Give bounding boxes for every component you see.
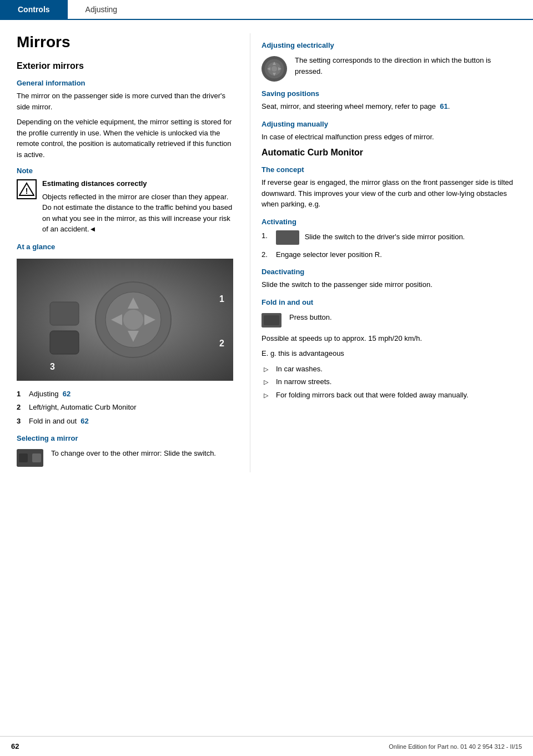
list-num-3: 3 (17, 416, 24, 427)
list-label-2: Left/right, Automatic Curb Monitor (29, 402, 137, 413)
fold-row: Press button. (262, 312, 516, 327)
svg-text:!: ! (26, 187, 28, 195)
section-selecting-mirror: Selecting a mirror (17, 434, 237, 442)
general-text-2: Depending on the vehicle equipment, the … (17, 117, 237, 160)
section-fold: Fold in and out (262, 298, 516, 306)
step-num-2: 2. (262, 249, 271, 260)
section-adjusting-manually: Adjusting manually (262, 120, 516, 128)
section-adjusting-electrically: Adjusting electrically (262, 41, 516, 49)
section-general-info: General information (17, 79, 237, 87)
svg-text:3: 3 (50, 362, 55, 371)
note-body: Objects reflected in the mirror are clos… (42, 193, 232, 234)
section-activating: Activating (262, 218, 516, 226)
fold-bullets: ▷ In car washes. ▷ In narrow streets. ▷ … (262, 364, 516, 401)
press-button-icon (262, 313, 281, 327)
selecting-row: To change over to the other mirror: Slid… (17, 448, 237, 467)
top-nav: Controls Adjusting (0, 0, 533, 20)
list-item-1: 1 Adjusting 62 (17, 389, 237, 400)
concept-text: If reverse gear is engaged, the mirror g… (262, 177, 516, 210)
footer-right-text: Online Edition for Part no. 01 40 2 954 … (389, 743, 522, 750)
svg-rect-17 (32, 453, 41, 462)
nav-adjusting[interactable]: Adjusting (68, 0, 135, 19)
bullet-arrow-2: ▷ (264, 377, 271, 387)
note-label: Note (17, 167, 237, 175)
bullet-2: ▷ In narrow streets. (262, 376, 516, 387)
svg-text:1: 1 (219, 294, 224, 304)
section-deactivating: Deactivating (262, 268, 516, 276)
left-column: Mirrors Exterior mirrors General informa… (0, 33, 250, 472)
saving-text-content: Seat, mirror, and steering wheel memory,… (262, 102, 436, 110)
section-concept: The concept (262, 165, 516, 174)
list-item-2: 2 Left/right, Automatic Curb Monitor (17, 402, 237, 413)
svg-rect-10 (50, 302, 79, 325)
general-text-1: The mirror on the passenger side is more… (17, 90, 237, 112)
bullet-text-2: In narrow streets. (276, 376, 331, 387)
note-content: ! Estimating distances correctly Objects… (17, 178, 237, 235)
step-1: 1. Slide the switch to the driver's side… (262, 230, 516, 245)
bullet-arrow-1: ▷ (264, 365, 271, 374)
step-2-text: Engage selector lever position R. (276, 249, 382, 260)
saving-text: Seat, mirror, and steering wheel memory,… (262, 101, 516, 112)
mirror-image: 1 2 3 (17, 259, 233, 381)
adjusting-text: The setting corresponds to the direction… (295, 55, 516, 77)
glance-list: 1 Adjusting 62 2 Left/right, Automatic C… (17, 389, 237, 427)
svg-rect-11 (50, 331, 79, 354)
manual-text: In case of electrical malfunction press … (262, 132, 516, 143)
svg-rect-26 (264, 315, 279, 325)
list-num-1: 1 (17, 389, 24, 400)
activating-steps: 1. Slide the switch to the driver's side… (262, 230, 516, 260)
list-num-2: 2 (17, 402, 24, 413)
saving-link[interactable]: 61 (440, 102, 447, 110)
fold-text-1: Possible at speeds up to approx. 15 mph/… (262, 333, 516, 344)
footer-page-num: 62 (11, 742, 19, 750)
fold-text-2: E. g. this is advantageous (262, 348, 516, 359)
adjust-round-icon (262, 56, 287, 82)
warning-icon: ! (17, 179, 37, 199)
note-section: Note ! Estimating distances correctly Ob… (17, 167, 237, 235)
list-label-3: Fold in and out 62 (29, 416, 89, 427)
step-num-1: 1. (262, 230, 271, 241)
note-title: Estimating distances correctly (42, 178, 237, 189)
footer: 62 Online Edition for Part no. 01 40 2 9… (0, 736, 533, 756)
page-title: Mirrors (17, 33, 237, 51)
fold-icon-text: Press button. (289, 312, 332, 323)
nav-controls[interactable]: Controls (0, 0, 68, 19)
deactivating-text: Slide the switch to the passenger side m… (262, 279, 516, 290)
section-at-a-glance: At a glance (17, 243, 237, 251)
svg-point-24 (271, 66, 277, 72)
section-auto-curb: Automatic Curb Monitor (262, 148, 516, 158)
svg-text:2: 2 (219, 339, 224, 348)
bullet-text-3: For folding mirrors back out that were f… (276, 390, 469, 401)
bullet-1: ▷ In car washes. (262, 364, 516, 375)
content-area: Mirrors Exterior mirrors General informa… (0, 20, 533, 495)
list-link-1[interactable]: 62 (63, 390, 71, 398)
step1-icon (276, 230, 299, 245)
selecting-text: To change over to the other mirror: Slid… (51, 448, 216, 459)
svg-point-9 (123, 310, 143, 330)
section-exterior-mirrors: Exterior mirrors (17, 61, 237, 71)
list-label-1: Adjusting 62 (29, 389, 71, 400)
note-text: Estimating distances correctly Objects r… (42, 178, 237, 235)
right-column: Adjusting electrically The setting corre… (250, 33, 533, 472)
bullet-3: ▷ For folding mirrors back out that were… (262, 390, 516, 401)
adjusting-row: The setting corresponds to the direction… (262, 55, 516, 82)
svg-rect-16 (19, 453, 28, 462)
bullet-arrow-3: ▷ (264, 391, 271, 400)
list-item-3: 3 Fold in and out 62 (17, 416, 237, 427)
list-link-3[interactable]: 62 (81, 417, 88, 425)
bullet-text-1: In car washes. (276, 364, 323, 375)
step-1-text: Slide the switch to the driver's side mi… (276, 230, 465, 245)
section-saving-positions: Saving positions (262, 89, 516, 98)
step-2: 2. Engage selector lever position R. (262, 249, 516, 260)
mirror-switch-icon (17, 449, 43, 467)
